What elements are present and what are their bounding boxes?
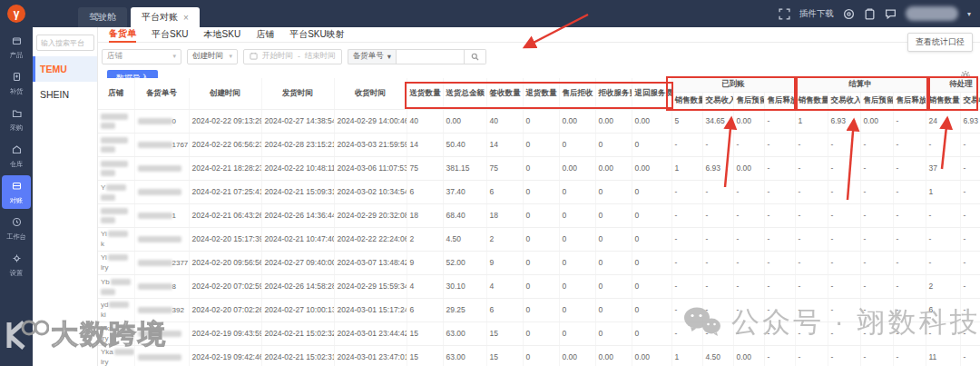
cell-settling-0: - <box>795 298 828 321</box>
cell-created: 2024-02-20 15:17:39 <box>189 227 261 251</box>
view-stat-button[interactable]: 查看统计口径 <box>907 33 973 52</box>
table-row[interactable]: Yilry23772024-02-20 09:56:562024-02-27 0… <box>98 251 980 274</box>
tab-platform-sku-mapping[interactable]: 平台SKU映射 <box>289 27 345 43</box>
sidebar-item-workbench[interactable]: 工作台 <box>2 212 31 245</box>
table-row[interactable]: 2024-02-21 18:28:232024-02-22 10:48:1120… <box>98 156 980 180</box>
cell-created: 2024-02-21 18:28:23 <box>189 156 261 180</box>
shop-select[interactable]: 店铺 ▾ <box>102 49 181 64</box>
filter-bar: 店铺 ▾ 创建时间 ▾ 开始时间 - 结束时间 备货单号 ▾ <box>102 48 486 64</box>
cell-received: 2024-03-07 13:48:42 <box>334 251 407 274</box>
table-row[interactable]: 17672024-02-22 06:56:232024-02-28 23:15:… <box>98 133 980 156</box>
cell-order: 0 <box>134 109 189 133</box>
calendar-icon <box>250 52 258 62</box>
cell-settling-3: - <box>893 133 926 156</box>
cell-shipped: 2024-02-27 10:00:13 <box>261 298 334 321</box>
sidebar-item-purchase[interactable]: 采购 <box>2 103 31 136</box>
sidebar-item-settings[interactable]: 设置 <box>2 248 31 282</box>
tab-stock-order[interactable]: 备货单 <box>109 27 136 43</box>
table-row[interactable]: Yknlry2024-02-19 09:43:592024-02-21 15:0… <box>98 321 980 345</box>
cell-store: Y <box>98 180 134 203</box>
cell-reject-service-fee: 0 <box>595 274 632 298</box>
cell-sign-qty: 6 <box>486 180 523 203</box>
store-masked-line: Yb <box>101 277 132 287</box>
tab-local-sku[interactable]: 本地SKU <box>204 27 241 43</box>
cell-deliver-qty: 9 <box>407 251 443 274</box>
table-row[interactable]: 12024-02-21 06:43:262024-02-26 14:36:442… <box>98 203 980 227</box>
column-header-return-qty: 退货数量 <box>523 78 559 109</box>
cell-paid-1: 6.93 <box>702 156 733 180</box>
sidebar-item-replenish[interactable]: 补货 <box>2 66 31 100</box>
cell-pending-1: - <box>960 345 980 366</box>
store-masked-line: lry <box>101 262 132 272</box>
window-tab-label: 平台对账 <box>142 11 178 24</box>
store-masked-line <box>101 193 132 202</box>
cell-sign-qty: 40 <box>486 109 523 133</box>
message-icon[interactable] <box>885 8 897 20</box>
store-hint-text: lry <box>101 263 108 272</box>
sidebar-item-warehouse[interactable]: 仓库 <box>2 139 31 173</box>
cell-settling-1: 6.93 <box>828 109 860 133</box>
store-blur-block <box>101 123 115 129</box>
table-row[interactable]: ydki3922024-02-20 07:02:262024-02-27 10:… <box>98 298 980 321</box>
table-row[interactable]: Yb82024-02-20 07:02:592024-02-26 14:58:2… <box>98 274 980 298</box>
sidebar-item-reconcile[interactable]: 对账 <box>2 175 31 209</box>
cell-deliver-qty: 6 <box>407 298 443 321</box>
fullscreen-icon[interactable] <box>779 8 790 20</box>
sidebar-item-product[interactable]: 产品 <box>2 30 31 64</box>
cell-received: 2024-02-29 15:59:34 <box>334 274 407 298</box>
cell-order <box>134 156 189 180</box>
order-search-input[interactable] <box>396 49 465 64</box>
cell-deliver-qty: 6 <box>407 180 443 203</box>
platform-search-input[interactable] <box>36 35 94 51</box>
order-type-select[interactable]: 备货单号 ▾ <box>348 49 396 64</box>
platform-item-temu[interactable]: TEMU <box>33 56 97 82</box>
warehouse-icon <box>12 142 22 158</box>
close-icon[interactable]: × <box>183 13 189 23</box>
window-tab-platform-reconcile[interactable]: 平台对账× <box>131 7 200 27</box>
table-row[interactable]: 02024-02-22 09:13:292024-02-27 14:38:542… <box>98 109 980 133</box>
cell-after-sale-reject: 0.00 <box>559 109 595 133</box>
table-row[interactable]: Yik2024-02-20 15:17:392024-02-21 10:47:4… <box>98 227 980 251</box>
order-search-combo: 备货单号 ▾ <box>348 49 486 64</box>
store-hint-text: ki <box>101 311 106 319</box>
column-header-pending-1: 交易收入 <box>960 92 980 109</box>
chevron-down-icon[interactable]: ▾ <box>967 10 971 18</box>
gear-icon[interactable] <box>843 8 855 20</box>
cell-deliver-amount: 30.10 <box>443 274 486 298</box>
cell-return-qty: 0 <box>523 298 559 321</box>
cell-paid-3: - <box>764 109 795 133</box>
window-tab-cockpit[interactable]: 驾驶舱 <box>78 7 127 27</box>
column-header-deliver-qty: 送货数量 <box>407 78 443 109</box>
store-hint-text: Ykn <box>101 324 113 332</box>
cell-return-service-fee: 0 <box>632 133 671 156</box>
store-masked-line <box>101 287 132 296</box>
cell-return-service-fee: 0 <box>632 203 671 227</box>
column-header-created: 创建时间 <box>189 78 261 109</box>
window-tab-label: 驾驶舱 <box>89 11 116 24</box>
cell-after-sale-reject: 0 <box>559 203 595 227</box>
cell-received: 2024-02-29 20:32:08 <box>334 203 407 227</box>
cell-order <box>134 180 189 203</box>
date-range-picker[interactable]: 开始时间 - 结束时间 <box>243 49 342 64</box>
order-blur-block <box>138 260 172 266</box>
cell-deliver-qty: 15 <box>407 345 443 366</box>
cell-pending-1: - <box>960 251 980 274</box>
clipboard-icon[interactable] <box>864 8 876 20</box>
plugin-download-link[interactable]: 插件下载 <box>799 8 834 20</box>
cell-after-sale-reject: 0 <box>559 133 595 156</box>
column-header-received: 收货时间 <box>334 78 407 109</box>
search-button[interactable] <box>465 49 486 64</box>
time-type-select[interactable]: 创建时间 ▾ <box>187 49 238 64</box>
platform-item-shein[interactable]: SHEIN <box>33 82 97 107</box>
cell-settling-0: - <box>795 274 828 298</box>
table-row[interactable]: Ykalry2024-02-19 09:42:462024-02-21 15:0… <box>98 345 980 366</box>
cell-shipped: 2024-02-26 14:36:44 <box>261 203 334 227</box>
cell-store: Yilry <box>98 251 134 274</box>
shop-select-value: 店铺 <box>107 51 168 62</box>
user-avatar[interactable] <box>906 6 958 21</box>
store-blur-block <box>101 114 128 120</box>
tab-shop[interactable]: 店铺 <box>256 27 274 43</box>
tab-platform-sku[interactable]: 平台SKU <box>152 27 189 43</box>
table-row[interactable]: Y2024-02-21 07:25:412024-02-21 15:09:312… <box>98 180 980 203</box>
cell-reject-service-fee: 0.00 <box>595 109 632 133</box>
